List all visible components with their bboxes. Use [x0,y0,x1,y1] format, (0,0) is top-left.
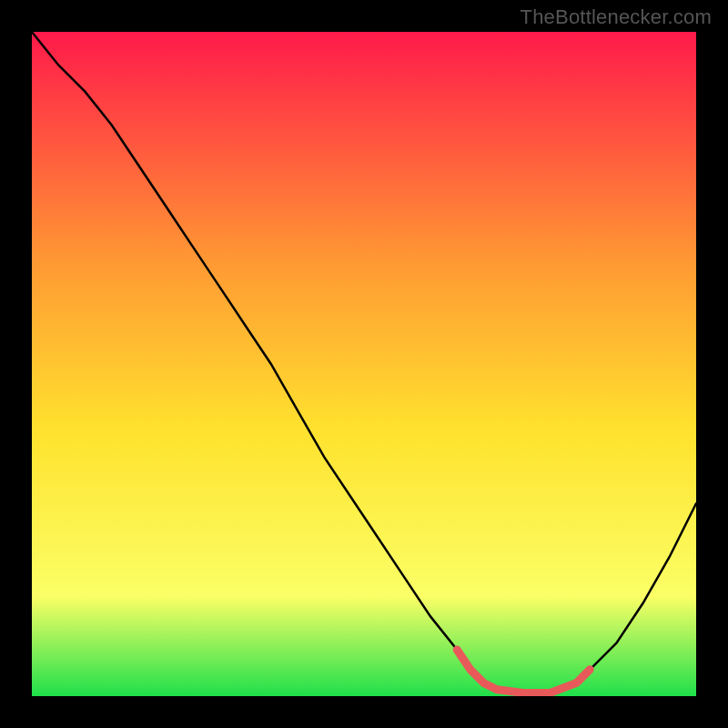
chart-container: TheBottlenecker.com [0,0,728,728]
chart-svg [32,32,696,696]
plot-area [32,32,696,696]
attribution-label: TheBottlenecker.com [521,5,712,29]
gradient-background [32,32,696,696]
